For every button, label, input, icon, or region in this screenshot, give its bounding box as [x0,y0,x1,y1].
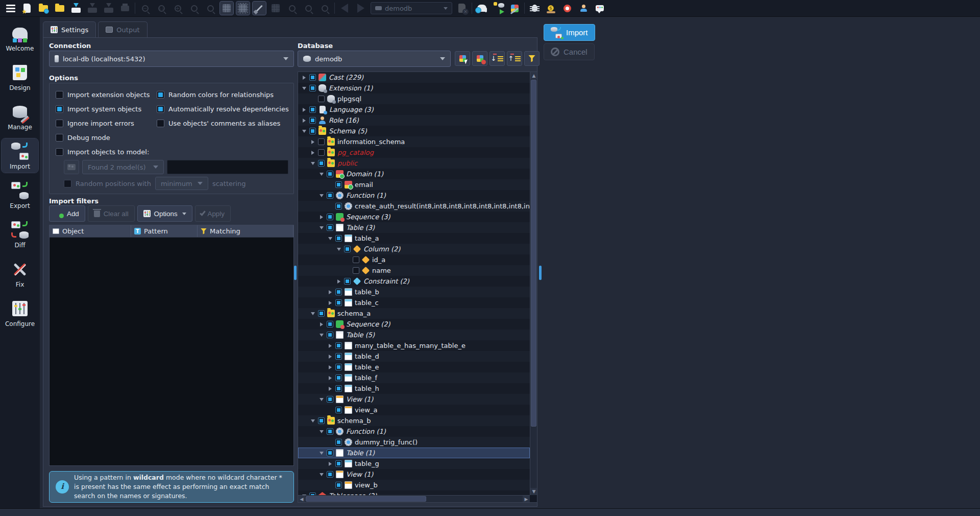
tree-row[interactable]: Domain (1) [298,169,530,179]
tree-vscroll-thumb[interactable] [531,80,536,427]
sort-descending-button[interactable]: ↓ [489,51,505,66]
tree-row[interactable]: Role (16) [298,115,530,126]
tree-row[interactable]: Function (1) [298,426,530,437]
expand-arrow[interactable] [327,375,333,381]
toolbar-show-grid-button[interactable] [220,2,233,15]
tree-row[interactable]: Cast (229) [298,72,530,83]
toolbar-new-model-button[interactable] [20,2,34,15]
tree-checkbox[interactable] [335,353,342,360]
tree-checkbox[interactable] [327,321,333,327]
expand-arrow[interactable] [301,118,307,123]
tree-row[interactable]: Sequence (3) [298,212,530,222]
expand-arrow[interactable] [301,107,307,112]
expand-arrow[interactable] [310,150,315,155]
toolbar-protect-model-button[interactable] [253,2,266,15]
tree-checkbox[interactable] [335,460,342,467]
tree-row[interactable]: table_b [298,287,530,297]
expand-arrow[interactable] [318,396,324,402]
tree-row[interactable]: view_b [298,480,530,490]
expand-arrow[interactable] [318,225,324,230]
option2-checkbox-0[interactable] [157,91,164,99]
toolbar-model-combo[interactable]: demodb [371,2,452,14]
tree-row[interactable]: table_c [298,297,530,308]
expand-arrow[interactable] [336,246,341,252]
expand-arrow[interactable] [327,343,333,348]
toolbar-plugins-button[interactable] [508,2,521,15]
expand-arrow[interactable] [336,278,341,284]
toolbar-bug-report-button[interactable] [528,2,541,15]
tree-checkbox[interactable] [335,407,342,413]
scroll-down-arrow[interactable]: ▼ [530,488,537,495]
expand-arrow[interactable] [301,75,307,80]
expand-arrow[interactable] [318,214,324,220]
tree-checkbox[interactable] [309,128,316,134]
tree-checkbox[interactable] [327,396,333,403]
splitter-handle-right[interactable] [539,266,542,280]
tree-checkbox[interactable] [318,149,325,156]
tree-checkbox[interactable] [327,332,333,338]
sidebar-item-welcome[interactable]: Welcome [2,20,38,55]
expand-arrow[interactable] [310,418,315,424]
toolbar-support-button[interactable] [560,2,574,15]
tree-row[interactable]: table_e [298,362,530,372]
tree-horizontal-scrollbar[interactable]: ◀ ▶ [298,495,530,502]
cancel-button[interactable]: Cancel [544,43,595,60]
scroll-right-arrow[interactable]: ▶ [523,496,530,503]
tree-checkbox[interactable] [335,482,342,488]
tree-row[interactable]: email [298,179,530,190]
tree-checkbox[interactable] [335,342,342,349]
tree-row[interactable]: public [298,158,530,169]
toolbar-page-delimiters-button[interactable] [236,2,250,15]
scroll-up-arrow[interactable]: ▲ [530,72,537,79]
tree-checkbox[interactable] [327,471,333,478]
tree-checkbox[interactable] [335,385,342,392]
toolbar-translate-button[interactable] [593,2,606,15]
tab-output[interactable]: Output [98,21,147,37]
tree-row[interactable]: Language (3) [298,104,530,115]
tree-hscroll-thumb[interactable] [306,496,426,502]
toolbar-open-model-button[interactable] [53,2,66,15]
column-header-object[interactable]: Object [50,225,131,237]
sidebar-item-diff[interactable]: Diff [2,217,38,251]
tree-row[interactable]: View (1) [298,394,530,405]
tree-checkbox[interactable] [318,138,325,145]
tree-row[interactable]: table_h [298,383,530,394]
sort-ascending-button[interactable]: ↑ [507,51,522,66]
add-filter-button[interactable]: Add [49,205,85,222]
tree-row[interactable]: table_a [298,233,530,244]
tree-checkbox[interactable] [335,299,342,306]
tree-row[interactable]: table_g [298,458,530,469]
tree-checkbox[interactable] [318,310,325,317]
toolbar-save-model-button[interactable] [69,2,83,15]
tree-checkbox[interactable] [327,450,333,456]
sidebar-item-configure[interactable]: Configure [2,296,38,330]
filter-options-button[interactable]: Options [137,205,192,222]
expand-arrow[interactable] [327,364,333,370]
tree-checkbox[interactable] [353,256,359,263]
filter-objects-button[interactable] [524,51,540,66]
tree-row[interactable]: View (1) [298,469,530,480]
tree-row[interactable]: table_d [298,351,530,362]
sidebar-item-design[interactable]: Design [2,60,38,94]
expand-arrow[interactable] [318,332,324,338]
expand-arrow[interactable] [327,236,333,241]
scroll-left-arrow[interactable]: ◀ [298,496,305,503]
expand-arrow[interactable] [327,289,333,295]
expand-arrow[interactable] [318,429,324,434]
tree-checkbox[interactable] [318,96,325,102]
tree-row[interactable]: id_a [298,254,530,265]
sidebar-item-fix[interactable]: Fix [2,256,38,291]
tree-checkbox[interactable] [318,160,325,167]
tree-row[interactable]: many_table_e_has_many_table_e [298,340,530,351]
tree-checkbox[interactable] [335,439,342,445]
tree-row[interactable]: view_a [298,405,530,415]
option-checkbox-1[interactable] [56,105,63,113]
tree-row[interactable]: Schema (5) [298,126,530,136]
tree-checkbox[interactable] [327,171,333,177]
option2-checkbox-1[interactable] [157,105,164,113]
collapse-all-button[interactable] [472,51,487,66]
option2-checkbox-2[interactable] [157,120,164,127]
option-checkbox-0[interactable] [56,91,63,99]
expand-arrow[interactable] [301,85,307,91]
tree-row[interactable]: Sequence (2) [298,319,530,330]
